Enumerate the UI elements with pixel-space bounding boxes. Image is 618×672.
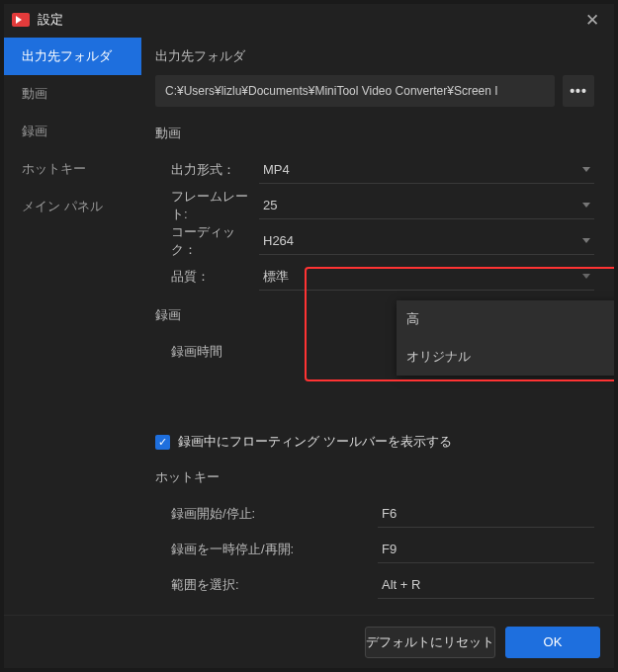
hotkey-row-pause-resume: 録画を一時停止/再開: F9	[155, 532, 594, 567]
footer: デフォルトにリセット OK	[4, 615, 614, 668]
output-path-row: C:¥Users¥lizlu¥Documents¥MiniTool Video …	[155, 75, 594, 107]
floating-toolbar-row: ✓ 録画中にフローティング ツールバーを表示する	[155, 433, 594, 451]
sidebar: 出力先フォルダ 動画 録画 ホットキー メイン パネル	[4, 36, 141, 615]
quality-label: 品質：	[155, 268, 259, 286]
format-value: MP4	[263, 162, 290, 177]
hotkey-row-start-stop: 録画開始/停止: F6	[155, 496, 594, 532]
quality-value: 標準	[263, 269, 289, 284]
hotkey-row-select-area: 範囲を選択: Alt + R	[155, 567, 594, 603]
sidebar-item-main-panel[interactable]: メイン パネル	[4, 188, 141, 225]
body: 出力先フォルダ 動画 録画 ホットキー メイン パネル 出力先フォルダ C:¥U…	[4, 36, 614, 615]
output-path-input[interactable]: C:¥Users¥lizlu¥Documents¥MiniTool Video …	[155, 75, 555, 107]
quality-select[interactable]: 標準	[259, 263, 594, 291]
hotkey-input-start-stop[interactable]: F6	[378, 500, 594, 528]
format-row: 出力形式： MP4	[155, 152, 594, 188]
section-hotkey: ホットキー	[155, 468, 594, 486]
section-output-folder: 出力先フォルダ	[155, 47, 594, 65]
chevron-down-icon	[582, 238, 590, 243]
hotkey-label: 範囲を選択:	[155, 576, 378, 594]
hotkey-label: 録画開始/停止:	[155, 505, 378, 523]
format-select[interactable]: MP4	[259, 156, 594, 184]
hotkey-row-fullscreen: フルスクリーン: Alt + F	[155, 603, 594, 615]
hotkey-input-select-area[interactable]: Alt + R	[378, 571, 594, 599]
sidebar-item-hotkey[interactable]: ホットキー	[4, 150, 141, 188]
codec-row: コーディック： H264	[155, 223, 594, 259]
content: 出力先フォルダ C:¥Users¥lizlu¥Documents¥MiniToo…	[141, 36, 614, 615]
quality-row: 品質： 標準	[155, 259, 594, 294]
chevron-down-icon	[582, 274, 590, 279]
hotkey-input-fullscreen[interactable]: Alt + F	[378, 607, 594, 615]
framerate-label: フレームレート:	[155, 188, 259, 223]
format-label: 出力形式：	[155, 161, 259, 179]
quality-dropdown: 高 オリジナル	[397, 300, 614, 376]
chevron-down-icon	[582, 203, 590, 208]
codec-select[interactable]: H264	[259, 227, 594, 255]
sidebar-item-output-folder[interactable]: 出力先フォルダ	[4, 38, 141, 75]
quality-option-high[interactable]: 高	[397, 300, 614, 338]
duration-label: 録画時間	[155, 343, 259, 361]
codec-value: H264	[263, 233, 294, 248]
codec-label: コーディック：	[155, 223, 259, 259]
floating-toolbar-checkbox[interactable]: ✓	[155, 435, 170, 450]
browse-button[interactable]: •••	[563, 75, 594, 107]
chevron-down-icon	[582, 167, 590, 172]
framerate-select[interactable]: 25	[259, 192, 594, 219]
framerate-row: フレームレート: 25	[155, 188, 594, 223]
quality-option-original[interactable]: オリジナル	[397, 338, 614, 376]
floating-toolbar-label: 録画中にフローティング ツールバーを表示する	[178, 433, 452, 451]
titlebar: 設定 ✕	[4, 4, 614, 36]
window-title: 設定	[38, 11, 578, 29]
hotkey-label: 録画を一時停止/再開:	[155, 541, 378, 558]
sidebar-item-video[interactable]: 動画	[4, 75, 141, 113]
hotkey-input-pause-resume[interactable]: F9	[378, 536, 594, 563]
reset-button[interactable]: デフォルトにリセット	[365, 627, 495, 658]
ok-button[interactable]: OK	[505, 627, 600, 658]
close-button[interactable]: ✕	[578, 6, 606, 34]
settings-window: 設定 ✕ 出力先フォルダ 動画 録画 ホットキー メイン パネル 出力先フォルダ…	[4, 4, 614, 668]
app-icon	[12, 13, 30, 27]
framerate-value: 25	[263, 198, 277, 212]
sidebar-item-record[interactable]: 録画	[4, 113, 141, 150]
section-video: 動画	[155, 125, 594, 142]
hotkey-label: フルスクリーン:	[155, 612, 378, 615]
